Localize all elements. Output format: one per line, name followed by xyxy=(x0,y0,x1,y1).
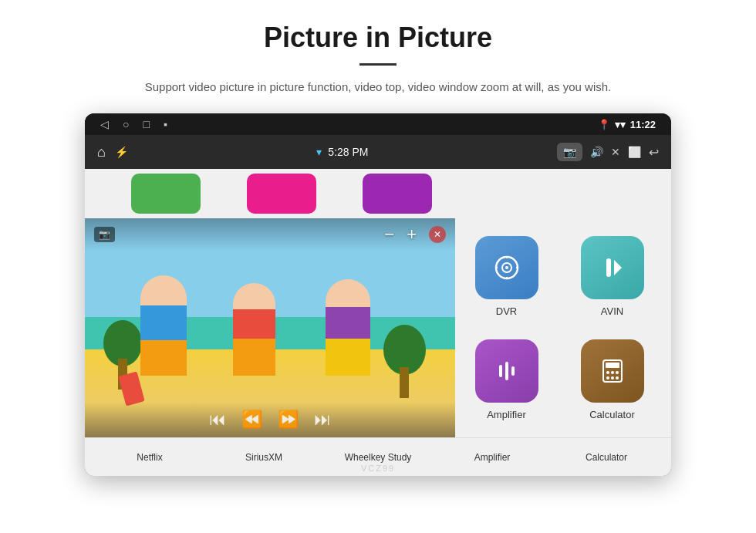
content-row: 📷 − + ✕ ⏮ xyxy=(85,218,671,437)
usb-icon: ⚡ xyxy=(115,146,128,158)
return-icon[interactable]: ↩ xyxy=(649,145,659,160)
location-icon: 📍 xyxy=(598,119,610,130)
svg-point-17 xyxy=(611,376,614,380)
pip-minus-button[interactable]: − xyxy=(384,224,394,245)
home-icon[interactable]: ⌂ xyxy=(97,144,106,160)
volume-icon[interactable]: 🔊 xyxy=(590,146,603,158)
svg-rect-8 xyxy=(499,365,502,377)
page-subtitle: Support video picture in picture functio… xyxy=(145,78,611,96)
watermark: VCZ99 xyxy=(361,464,395,473)
bottom-calculator[interactable]: Calculator xyxy=(560,452,653,463)
wheelkey-label: Wheelkey Study xyxy=(345,452,412,463)
status-time: 11:22 xyxy=(630,119,656,130)
app-icon-pink[interactable] xyxy=(247,174,316,214)
pip-rewind-button[interactable]: ⏮ xyxy=(209,410,226,430)
app-bar-right: 📷 🔊 ✕ ⬜ ↩ xyxy=(557,143,659,161)
svg-rect-12 xyxy=(606,363,619,368)
svg-point-15 xyxy=(616,371,619,374)
bottom-wheelkey[interactable]: Wheelkey Study xyxy=(332,452,424,463)
siriusxm-label: SiriusXM xyxy=(245,452,282,463)
svg-point-16 xyxy=(606,376,609,380)
device-frame: ◁ ○ □ ▪ 📍 ▾▾ 11:22 ⌂ ⚡ ▾ 5:28 PM 📷 xyxy=(85,113,671,476)
pip-top-bar: 📷 − + ✕ xyxy=(85,218,455,251)
top-app-row xyxy=(85,169,671,218)
avin-app-icon[interactable] xyxy=(581,236,644,299)
camera-button[interactable]: 📷 xyxy=(557,143,582,161)
bottom-siriusxm[interactable]: SiriusXM xyxy=(218,452,310,463)
pip-container: 📷 − + ✕ ⏮ xyxy=(85,218,455,437)
recents-nav-icon[interactable]: □ xyxy=(143,118,149,130)
pip-close-button[interactable]: ✕ xyxy=(429,226,446,243)
netflix-label: Netflix xyxy=(137,452,162,463)
pip-camera-icon: 📷 xyxy=(94,227,115,242)
svg-rect-7 xyxy=(606,258,611,277)
back-nav-icon[interactable]: ◁ xyxy=(100,118,109,130)
svg-point-2 xyxy=(505,266,508,269)
main-content: 📷 − + ✕ ⏮ xyxy=(85,169,671,476)
app-icon-purple[interactable] xyxy=(363,174,432,214)
title-divider xyxy=(359,63,397,66)
app-cell-avin: AVIN xyxy=(559,228,665,325)
svg-rect-9 xyxy=(505,362,508,380)
page-title: Picture in Picture xyxy=(264,22,492,54)
avin-app-label: AVIN xyxy=(601,305,623,317)
svg-point-18 xyxy=(616,376,619,380)
svg-rect-10 xyxy=(511,366,515,376)
pip-overlay: 📷 − + ✕ ⏮ xyxy=(85,218,455,437)
pip-size-controls[interactable]: − + ✕ xyxy=(384,224,446,245)
status-bar-right: 📍 ▾▾ 11:22 xyxy=(598,119,656,130)
home-nav-icon[interactable]: ○ xyxy=(123,118,129,130)
bottom-amplifier[interactable]: Amplifier xyxy=(446,452,538,463)
bottom-netflix[interactable]: Netflix xyxy=(103,452,196,463)
close-icon[interactable]: ✕ xyxy=(611,146,620,158)
app-cell-amplifier: Amplifier xyxy=(454,332,559,428)
app-cell-dvr: DVR xyxy=(454,228,559,325)
pip-icon[interactable]: ⬜ xyxy=(628,146,641,158)
pip-next-button[interactable]: ⏩ xyxy=(278,410,299,430)
pip-plus-button[interactable]: + xyxy=(407,224,417,245)
dvr-app-icon[interactable] xyxy=(475,236,538,299)
signal-icon: ▾▾ xyxy=(615,119,626,130)
dvr-app-label: DVR xyxy=(496,305,517,317)
right-app-grid: DVR AVIN xyxy=(447,218,671,437)
svg-point-13 xyxy=(606,371,609,374)
screenshot-nav-icon[interactable]: ▪ xyxy=(164,118,167,130)
app-bar-time: 5:28 PM xyxy=(328,146,368,158)
svg-point-14 xyxy=(611,371,614,374)
app-icon-green[interactable] xyxy=(131,174,201,214)
calculator-app-icon[interactable] xyxy=(581,339,644,403)
amplifier-app-icon[interactable] xyxy=(475,339,538,403)
app-bar: ⌂ ⚡ ▾ 5:28 PM 📷 🔊 ✕ ⬜ ↩ xyxy=(85,135,671,169)
pip-prev-button[interactable]: ⏪ xyxy=(241,410,262,430)
app-bar-left: ⌂ ⚡ xyxy=(97,144,128,160)
amplifier-app-label: Amplifier xyxy=(487,409,526,420)
calculator-bottom-label: Calculator xyxy=(586,452,627,463)
app-bar-center: ▾ 5:28 PM xyxy=(316,146,368,158)
pip-playback-controls[interactable]: ⏮ ⏪ ⏩ ⏭ xyxy=(85,402,455,437)
nav-buttons: ◁ ○ □ ▪ xyxy=(100,118,167,130)
pip-forward-button[interactable]: ⏭ xyxy=(314,410,331,430)
status-bar: ◁ ○ □ ▪ 📍 ▾▾ 11:22 xyxy=(85,113,671,135)
wifi-icon: ▾ xyxy=(316,146,322,158)
pip-spacer xyxy=(85,251,455,402)
app-cell-calculator: Calculator xyxy=(559,332,665,428)
amplifier-bottom-label: Amplifier xyxy=(474,452,511,463)
pip-video-area[interactable]: 📷 − + ✕ ⏮ xyxy=(85,218,455,437)
calculator-app-label: Calculator xyxy=(589,409,635,420)
